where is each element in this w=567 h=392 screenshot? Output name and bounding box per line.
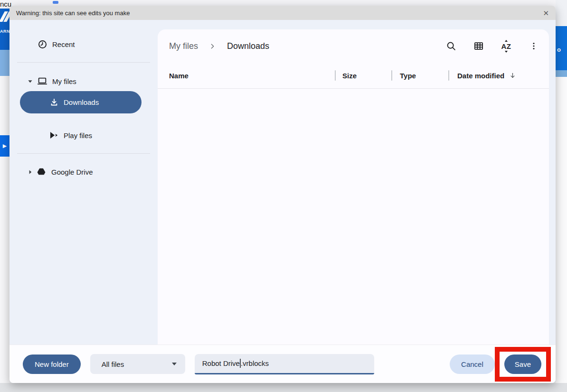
breadcrumb-current: Downloads [227, 41, 269, 51]
filename-text: Robot Drive [202, 359, 240, 367]
play-store-icon [48, 130, 59, 140]
sidebar-item-label: Play files [64, 131, 92, 140]
cancel-button[interactable]: Cancel [450, 355, 495, 374]
save-button-highlight-annotation: Save [495, 347, 551, 382]
grid-view-icon[interactable] [473, 40, 484, 52]
filename-input[interactable]: Robot Drive .vrblocks [195, 354, 374, 374]
file-type-value: All files [102, 360, 124, 368]
new-folder-label: New folder [35, 360, 69, 368]
chevron-down-icon[interactable] [27, 78, 33, 84]
file-browser-panel: My files Downloads AZ [158, 29, 549, 345]
more-menu-icon[interactable] [528, 40, 539, 52]
sidebar-item-google-drive[interactable]: Google Drive [27, 165, 158, 179]
cancel-label: Cancel [461, 360, 483, 368]
background-left-subheader [0, 50, 9, 76]
background-right-top [556, 0, 567, 26]
sidebar-item-play-files[interactable]: Play files [48, 128, 158, 142]
sort-up-arrow-icon [505, 40, 508, 42]
column-divider [391, 70, 392, 81]
sidebar-item-my-files[interactable]: My files [27, 74, 158, 88]
sidebar-divider [17, 62, 150, 63]
sidebar-item-downloads[interactable]: Downloads [20, 91, 142, 113]
save-button[interactable]: Save [504, 355, 541, 374]
column-divider [335, 70, 336, 81]
sidebar: Recent My files Downloads [9, 20, 158, 345]
laptop-icon [37, 76, 47, 86]
column-header-size[interactable]: Size [342, 72, 357, 80]
new-folder-button[interactable]: New folder [23, 355, 81, 374]
background-expand-tab[interactable]: ▶ [0, 135, 9, 157]
warning-text: Warning: this site can see edits you mak… [16, 9, 130, 17]
download-icon [49, 97, 59, 108]
column-header-type[interactable]: Type [400, 72, 416, 80]
close-icon[interactable]: ✕ [543, 9, 549, 17]
background-right-body [556, 77, 567, 383]
search-icon[interactable] [445, 40, 457, 52]
sidebar-item-recent[interactable]: Recent [37, 37, 158, 51]
background-right-subheader [556, 70, 567, 77]
warning-banner: Warning: this site can see edits you mak… [9, 6, 556, 20]
file-save-dialog: Warning: this site can see edits you mak… [9, 6, 556, 383]
dropdown-caret-icon [172, 363, 177, 365]
dialog-body: Recent My files Downloads [9, 20, 556, 345]
sort-descending-arrow-icon [509, 72, 516, 79]
file-type-select[interactable]: All files [90, 354, 185, 374]
column-header-date-modified[interactable]: Date modified [457, 72, 516, 80]
column-header-label: Date modified [457, 72, 504, 80]
sort-az-icon[interactable]: AZ [501, 40, 512, 52]
sidebar-item-label: Recent [52, 40, 75, 48]
background-partial-text-right: o [557, 46, 561, 53]
sort-az-letters: AZ [501, 43, 511, 50]
sidebar-item-label: My files [52, 77, 76, 85]
column-divider [448, 70, 449, 81]
background-right-header: o [556, 26, 567, 70]
dialog-footer: New folder All files Robot Drive .vrbloc… [9, 345, 556, 383]
background-logo-text: ARN [0, 29, 9, 34]
play-arrow-icon: ▶ [3, 143, 7, 149]
background-left-header: ARN [0, 9, 9, 50]
toolbar: AZ [445, 40, 539, 52]
chevron-right-icon[interactable] [27, 168, 33, 175]
column-header-name[interactable]: Name [169, 72, 189, 80]
clock-icon [37, 39, 47, 49]
sidebar-item-label: Downloads [64, 98, 99, 106]
sidebar-item-label: Google Drive [51, 168, 93, 176]
background-bottom-strip [0, 383, 567, 392]
sort-down-arrow-icon [505, 51, 508, 53]
column-header-row: Name Size Type Date modified [158, 63, 549, 89]
google-drive-icon [36, 167, 47, 177]
breadcrumb: My files Downloads AZ [158, 29, 549, 63]
background-left-body [0, 76, 9, 383]
background-blue-fragment [53, 1, 58, 4]
chevron-right-icon [209, 43, 216, 49]
filename-extension: .vrblocks [241, 359, 269, 367]
breadcrumb-parent[interactable]: My files [169, 41, 198, 51]
file-list-empty[interactable] [158, 89, 549, 345]
sidebar-divider [17, 153, 150, 154]
screen: ncu ARN ▶ o Warning: this site can see e… [0, 0, 567, 392]
save-label: Save [515, 360, 531, 368]
